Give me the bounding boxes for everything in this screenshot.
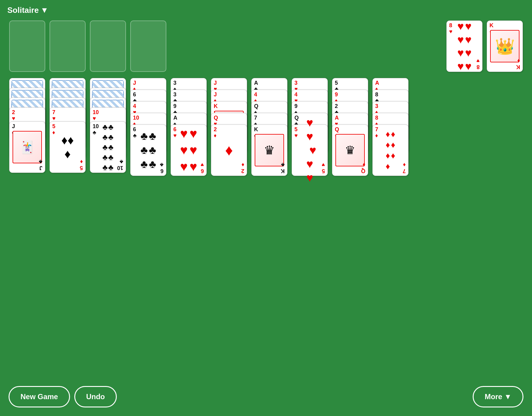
faceup-card[interactable]: Q♦ ♛ Q♦ bbox=[332, 124, 368, 176]
faceup-card[interactable]: 7♦ ♦♦♦♦♦♦♦ 7♦ bbox=[372, 124, 408, 176]
waste-card-1[interactable]: 8♥ ♥♥ ♥♥ ♥♥ ♥♥ 8♥ bbox=[446, 20, 482, 72]
waste-stock-area: 8♥ ♥♥ ♥♥ ♥♥ ♥♥ 8♥ K♦ 👑 K♦ bbox=[446, 20, 523, 72]
faceup-card[interactable]: K♣ ♛ K♣ bbox=[251, 124, 287, 176]
game-area: 8♥ ♥♥ ♥♥ ♥♥ ♥♥ 8♥ K♦ 👑 K♦ bbox=[0, 20, 532, 188]
undo-button[interactable]: Undo bbox=[74, 386, 117, 407]
tableau-col-2: 7♥ 7♥ 5♦ ♦♦♦ 5♦ bbox=[50, 78, 86, 188]
waste-card-2[interactable]: K♦ 👑 K♦ bbox=[487, 20, 523, 72]
tableau-col-8: 3♥3♥ 4♥4♥ 9♠9♠ Q♣Q♣ 5♥ ♥♥♥♥♥ 5♥ bbox=[292, 78, 328, 188]
tableau: 2♥ 2♥ J♣ 🃏 J♣ bbox=[9, 78, 523, 188]
faceup-card[interactable]: 6♣ ♣♣♣♣♣♣ 6♣ bbox=[130, 124, 166, 176]
faceup-card[interactable]: 6♥ ♥♥♥♥♥♥ 6♥ bbox=[171, 124, 207, 176]
tableau-col-6: J♥J♥ J♦J♦ K♥♚K♥ Q♥Q♥ 2♦ ♦ 2♦ bbox=[211, 78, 247, 188]
foundation-slot-4[interactable] bbox=[130, 20, 166, 72]
tableau-col-9: 5♣5♣ 9♦9♦ 2♣2♣ A♥A♥ Q♦ ♛ Q♦ bbox=[332, 78, 368, 188]
title-text: Solitaire bbox=[7, 6, 39, 15]
faceup-card[interactable]: 5♥ ♥♥♥♥♥ 5♥ bbox=[292, 124, 328, 176]
foundation-area bbox=[9, 20, 166, 72]
top-area: 8♥ ♥♥ ♥♥ ♥♥ ♥♥ 8♥ K♦ 👑 K♦ bbox=[9, 20, 523, 72]
tableau-col-4: J♦J♦ 6♣6♣ 4♥4♥ 10♦10♦ 6♣ ♣♣♣♣♣♣ 6♣ bbox=[130, 78, 166, 188]
game-title[interactable]: Solitaire ▼ bbox=[7, 6, 48, 15]
foundation-slot-2[interactable] bbox=[50, 20, 86, 72]
tableau-col-5: 3♠3♠ 3♣3♣ 9♣9♣ A♠A♠ 6♥ ♥♥♥♥♥♥ 6♥ bbox=[171, 78, 207, 188]
tableau-col-10: A♦A♦ 8♣8♣ 3♦3♦ 8♦8♦ 7♦ ♦♦♦♦♦♦♦ 7♦ bbox=[372, 78, 408, 188]
tableau-col-7: A♣A♣ 4♦4♦ Q♠Q♠ 7♠7♠ K♣ ♛ K♣ bbox=[251, 78, 287, 188]
faceup-card[interactable]: 10♣ ♣♣♣♣♣♣♣♣♣♣ 10♣ bbox=[90, 121, 126, 173]
foundation-slot-1[interactable] bbox=[9, 20, 45, 72]
tableau-col-1: 2♥ 2♥ J♣ 🃏 J♣ bbox=[9, 78, 45, 188]
faceup-card[interactable]: J♣ 🃏 J♣ bbox=[9, 121, 45, 173]
more-button[interactable]: More ▼ bbox=[473, 386, 523, 407]
faceup-card[interactable]: 5♦ ♦♦♦ 5♦ bbox=[50, 121, 86, 173]
foundation-slot-3[interactable] bbox=[90, 20, 126, 72]
new-game-button[interactable]: New Game bbox=[9, 386, 70, 407]
bottom-bar: New Game Undo More ▼ bbox=[9, 386, 523, 407]
tableau-col-3: 10♥ 10♥ 10♣ ♣♣♣♣♣♣♣♣♣♣ 10♣ bbox=[90, 78, 126, 188]
faceup-card[interactable]: 2♦ ♦ 2♦ bbox=[211, 124, 247, 176]
title-dropdown-arrow: ▼ bbox=[41, 6, 49, 15]
